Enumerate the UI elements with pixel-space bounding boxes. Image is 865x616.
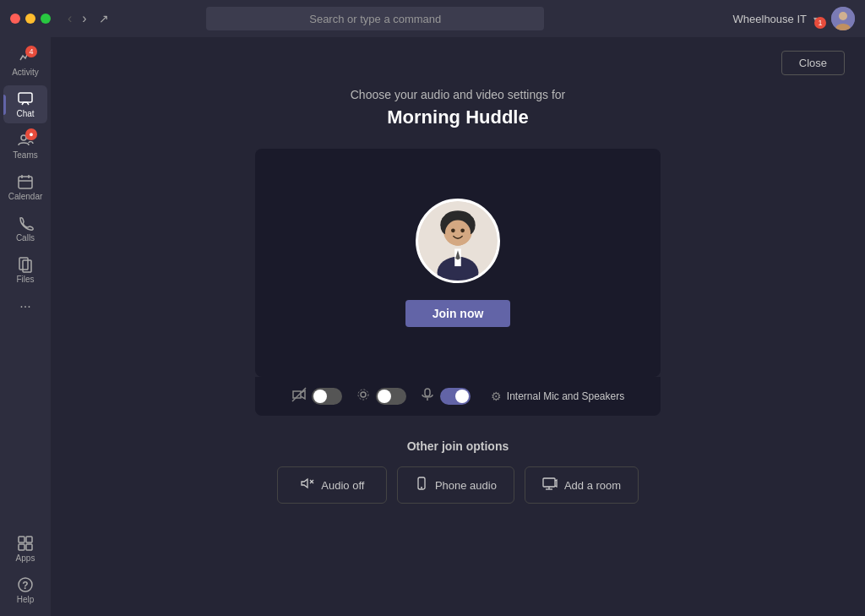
pre-join-panel: Choose your audio and video settings for… bbox=[51, 88, 865, 504]
svg-rect-13 bbox=[26, 537, 32, 542]
svg-rect-6 bbox=[19, 177, 32, 188]
forward-arrow[interactable]: › bbox=[79, 9, 90, 28]
other-options-title: Other join options bbox=[407, 439, 509, 453]
gear-icon: ⚙ bbox=[491, 390, 502, 403]
calls-label: Calls bbox=[16, 233, 35, 243]
video-control bbox=[291, 387, 342, 406]
controls-row: ⚙ Internal Mic and Speakers bbox=[255, 377, 661, 416]
user-name: Wheelhouse IT bbox=[733, 13, 807, 25]
search-placeholder: Search or type a command bbox=[309, 13, 441, 25]
add-room-label: Add a room bbox=[564, 479, 621, 492]
video-preview: Join now bbox=[255, 149, 661, 377]
help-icon: ? bbox=[17, 576, 34, 593]
sidebar-item-calls[interactable]: Calls bbox=[3, 210, 47, 248]
external-link-icon[interactable]: ↗ bbox=[99, 12, 109, 25]
audio-off-icon bbox=[299, 476, 314, 494]
svg-rect-14 bbox=[19, 544, 24, 550]
search-bar[interactable]: Search or type a command bbox=[206, 7, 544, 30]
svg-point-23 bbox=[445, 221, 471, 246]
apps-label: Apps bbox=[16, 553, 35, 563]
blur-toggle-thumb bbox=[378, 390, 391, 403]
traffic-lights bbox=[10, 14, 51, 24]
svg-rect-3 bbox=[19, 93, 32, 102]
prejoin-subtitle: Choose your audio and video settings for bbox=[351, 88, 566, 101]
svg-rect-31 bbox=[425, 389, 430, 396]
video-off-icon bbox=[291, 387, 307, 406]
blur-icon bbox=[356, 387, 371, 406]
svg-line-28 bbox=[292, 388, 306, 401]
calls-icon bbox=[17, 215, 34, 232]
mic-control bbox=[420, 387, 471, 406]
svg-point-29 bbox=[361, 392, 366, 397]
notification-badge: 1 bbox=[814, 17, 826, 29]
svg-rect-15 bbox=[26, 544, 32, 550]
room-icon bbox=[542, 477, 558, 493]
teams-badge: ● bbox=[25, 128, 37, 140]
calendar-label: Calendar bbox=[8, 192, 43, 201]
nav-arrows: ‹ › bbox=[64, 9, 90, 28]
meeting-title: Morning Huddle bbox=[387, 106, 528, 128]
svg-point-1 bbox=[839, 12, 847, 20]
back-arrow[interactable]: ‹ bbox=[64, 9, 75, 28]
audio-off-button[interactable]: Audio off bbox=[277, 466, 387, 504]
user-area: Wheelhouse IT ▾ 1 bbox=[733, 7, 855, 30]
svg-point-30 bbox=[358, 390, 368, 400]
sidebar-item-files[interactable]: Files bbox=[3, 251, 47, 289]
phone-audio-label: Phone audio bbox=[435, 479, 497, 492]
teams-icon: ● bbox=[17, 132, 34, 149]
blur-control bbox=[356, 387, 406, 406]
content-area: Close Choose your audio and video settin… bbox=[51, 37, 865, 616]
files-label: Files bbox=[16, 275, 34, 284]
sidebar-item-help[interactable]: ? Help bbox=[3, 571, 47, 609]
close-window-button[interactable] bbox=[10, 14, 20, 24]
phone-icon bbox=[415, 477, 428, 493]
add-room-button[interactable]: Add a room bbox=[525, 466, 639, 504]
main-layout: 4 Activity Chat ● bbox=[0, 37, 865, 616]
svg-rect-37 bbox=[543, 478, 555, 487]
svg-point-24 bbox=[451, 228, 455, 232]
sidebar-item-teams[interactable]: ● Teams bbox=[3, 127, 47, 165]
more-options-dots[interactable]: ··· bbox=[13, 292, 37, 321]
chat-icon bbox=[17, 90, 34, 107]
mic-toggle[interactable] bbox=[440, 388, 471, 405]
sidebar-item-calendar[interactable]: Calendar bbox=[3, 168, 47, 206]
title-bar: ‹ › ↗ Search or type a command Wheelhous… bbox=[0, 0, 865, 37]
svg-point-25 bbox=[460, 228, 465, 232]
activity-badge: 4 bbox=[25, 46, 37, 57]
activity-label: Activity bbox=[12, 68, 39, 77]
activity-icon: 4 bbox=[17, 49, 34, 66]
device-name: Internal Mic and Speakers bbox=[507, 390, 624, 402]
close-button[interactable]: Close bbox=[781, 51, 845, 75]
phone-audio-button[interactable]: Phone audio bbox=[397, 466, 514, 504]
audio-device-selector[interactable]: ⚙ Internal Mic and Speakers bbox=[491, 390, 624, 403]
user-avatar-preview bbox=[416, 199, 500, 283]
calendar-icon bbox=[17, 173, 34, 190]
svg-rect-10 bbox=[19, 258, 28, 270]
user-avatar[interactable] bbox=[831, 7, 855, 30]
files-icon bbox=[17, 256, 34, 273]
help-label: Help bbox=[17, 595, 35, 604]
maximize-window-button[interactable] bbox=[41, 14, 51, 24]
teams-label: Teams bbox=[13, 150, 37, 160]
audio-off-label: Audio off bbox=[321, 479, 364, 492]
sidebar-item-apps[interactable]: Apps bbox=[3, 530, 47, 568]
options-row: Audio off Phone audio bbox=[277, 466, 639, 504]
other-join-options: Other join options Audio off bbox=[277, 439, 639, 504]
join-now-button[interactable]: Join now bbox=[405, 300, 511, 327]
sidebar: 4 Activity Chat ● bbox=[0, 37, 51, 616]
svg-point-36 bbox=[421, 487, 422, 488]
mic-toggle-thumb bbox=[455, 390, 469, 403]
blur-toggle[interactable] bbox=[376, 388, 406, 405]
svg-text:?: ? bbox=[22, 580, 28, 591]
video-toggle[interactable] bbox=[312, 388, 342, 405]
chat-label: Chat bbox=[16, 109, 34, 118]
sidebar-item-activity[interactable]: 4 Activity bbox=[3, 44, 47, 82]
mic-icon bbox=[420, 387, 435, 406]
sidebar-item-chat[interactable]: Chat bbox=[3, 85, 47, 123]
svg-rect-12 bbox=[19, 537, 24, 542]
minimize-window-button[interactable] bbox=[25, 14, 35, 24]
apps-icon bbox=[17, 535, 34, 552]
svg-rect-11 bbox=[23, 260, 31, 272]
video-toggle-thumb bbox=[313, 390, 327, 403]
